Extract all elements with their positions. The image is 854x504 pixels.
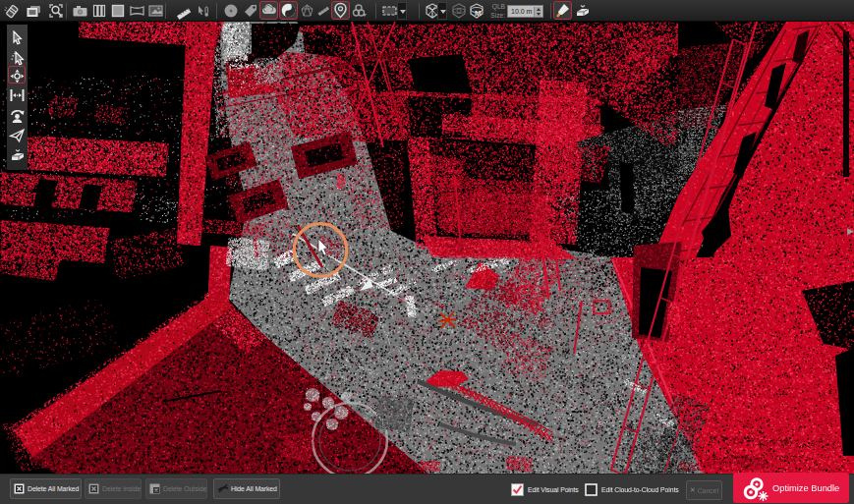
svg-text:M: M — [475, 9, 482, 18]
